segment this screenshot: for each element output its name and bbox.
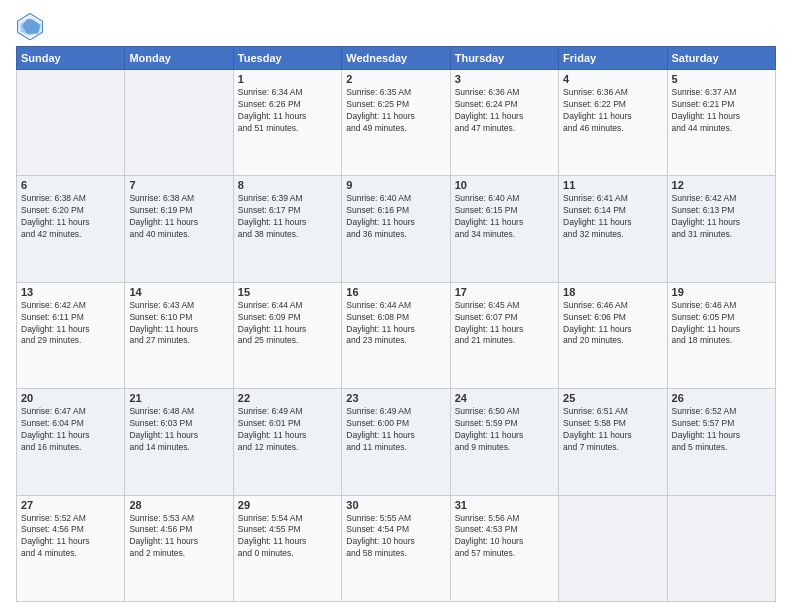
day-cell: 2Sunrise: 6:35 AM Sunset: 6:25 PM Daylig…: [342, 70, 450, 176]
day-number: 5: [672, 73, 771, 85]
day-info: Sunrise: 6:38 AM Sunset: 6:20 PM Dayligh…: [21, 193, 120, 241]
day-cell: 19Sunrise: 6:46 AM Sunset: 6:05 PM Dayli…: [667, 282, 775, 388]
logo-icon: [16, 12, 44, 40]
day-cell: 10Sunrise: 6:40 AM Sunset: 6:15 PM Dayli…: [450, 176, 558, 282]
day-info: Sunrise: 6:42 AM Sunset: 6:11 PM Dayligh…: [21, 300, 120, 348]
day-number: 16: [346, 286, 445, 298]
header: [16, 12, 776, 40]
day-info: Sunrise: 6:46 AM Sunset: 6:06 PM Dayligh…: [563, 300, 662, 348]
day-cell: 8Sunrise: 6:39 AM Sunset: 6:17 PM Daylig…: [233, 176, 341, 282]
day-cell: 3Sunrise: 6:36 AM Sunset: 6:24 PM Daylig…: [450, 70, 558, 176]
day-number: 19: [672, 286, 771, 298]
day-info: Sunrise: 6:49 AM Sunset: 6:01 PM Dayligh…: [238, 406, 337, 454]
day-cell: [17, 70, 125, 176]
day-number: 13: [21, 286, 120, 298]
day-cell: 23Sunrise: 6:49 AM Sunset: 6:00 PM Dayli…: [342, 389, 450, 495]
day-number: 11: [563, 179, 662, 191]
day-cell: [125, 70, 233, 176]
day-info: Sunrise: 5:54 AM Sunset: 4:55 PM Dayligh…: [238, 513, 337, 561]
day-number: 25: [563, 392, 662, 404]
day-number: 12: [672, 179, 771, 191]
day-cell: 29Sunrise: 5:54 AM Sunset: 4:55 PM Dayli…: [233, 495, 341, 601]
weekday-friday: Friday: [559, 47, 667, 70]
weekday-sunday: Sunday: [17, 47, 125, 70]
page: SundayMondayTuesdayWednesdayThursdayFrid…: [0, 0, 792, 612]
day-info: Sunrise: 6:39 AM Sunset: 6:17 PM Dayligh…: [238, 193, 337, 241]
day-cell: 27Sunrise: 5:52 AM Sunset: 4:56 PM Dayli…: [17, 495, 125, 601]
day-info: Sunrise: 6:41 AM Sunset: 6:14 PM Dayligh…: [563, 193, 662, 241]
weekday-wednesday: Wednesday: [342, 47, 450, 70]
day-cell: 20Sunrise: 6:47 AM Sunset: 6:04 PM Dayli…: [17, 389, 125, 495]
day-info: Sunrise: 6:37 AM Sunset: 6:21 PM Dayligh…: [672, 87, 771, 135]
day-number: 30: [346, 499, 445, 511]
day-cell: [667, 495, 775, 601]
day-info: Sunrise: 6:36 AM Sunset: 6:22 PM Dayligh…: [563, 87, 662, 135]
day-number: 7: [129, 179, 228, 191]
day-info: Sunrise: 6:42 AM Sunset: 6:13 PM Dayligh…: [672, 193, 771, 241]
day-cell: 16Sunrise: 6:44 AM Sunset: 6:08 PM Dayli…: [342, 282, 450, 388]
day-number: 9: [346, 179, 445, 191]
day-cell: 6Sunrise: 6:38 AM Sunset: 6:20 PM Daylig…: [17, 176, 125, 282]
day-cell: 26Sunrise: 6:52 AM Sunset: 5:57 PM Dayli…: [667, 389, 775, 495]
day-number: 10: [455, 179, 554, 191]
calendar-table: SundayMondayTuesdayWednesdayThursdayFrid…: [16, 46, 776, 602]
week-row-2: 6Sunrise: 6:38 AM Sunset: 6:20 PM Daylig…: [17, 176, 776, 282]
day-info: Sunrise: 6:49 AM Sunset: 6:00 PM Dayligh…: [346, 406, 445, 454]
day-cell: 17Sunrise: 6:45 AM Sunset: 6:07 PM Dayli…: [450, 282, 558, 388]
day-info: Sunrise: 6:51 AM Sunset: 5:58 PM Dayligh…: [563, 406, 662, 454]
day-number: 22: [238, 392, 337, 404]
weekday-header-row: SundayMondayTuesdayWednesdayThursdayFrid…: [17, 47, 776, 70]
day-info: Sunrise: 6:34 AM Sunset: 6:26 PM Dayligh…: [238, 87, 337, 135]
day-info: Sunrise: 6:44 AM Sunset: 6:09 PM Dayligh…: [238, 300, 337, 348]
day-info: Sunrise: 6:52 AM Sunset: 5:57 PM Dayligh…: [672, 406, 771, 454]
day-number: 21: [129, 392, 228, 404]
day-number: 8: [238, 179, 337, 191]
day-number: 1: [238, 73, 337, 85]
day-info: Sunrise: 6:44 AM Sunset: 6:08 PM Dayligh…: [346, 300, 445, 348]
logo: [16, 12, 48, 40]
day-cell: 11Sunrise: 6:41 AM Sunset: 6:14 PM Dayli…: [559, 176, 667, 282]
day-cell: 21Sunrise: 6:48 AM Sunset: 6:03 PM Dayli…: [125, 389, 233, 495]
day-number: 31: [455, 499, 554, 511]
day-number: 3: [455, 73, 554, 85]
day-cell: 7Sunrise: 6:38 AM Sunset: 6:19 PM Daylig…: [125, 176, 233, 282]
day-info: Sunrise: 6:50 AM Sunset: 5:59 PM Dayligh…: [455, 406, 554, 454]
day-cell: 25Sunrise: 6:51 AM Sunset: 5:58 PM Dayli…: [559, 389, 667, 495]
day-info: Sunrise: 6:47 AM Sunset: 6:04 PM Dayligh…: [21, 406, 120, 454]
day-number: 20: [21, 392, 120, 404]
day-cell: 5Sunrise: 6:37 AM Sunset: 6:21 PM Daylig…: [667, 70, 775, 176]
day-cell: 14Sunrise: 6:43 AM Sunset: 6:10 PM Dayli…: [125, 282, 233, 388]
day-cell: 30Sunrise: 5:55 AM Sunset: 4:54 PM Dayli…: [342, 495, 450, 601]
day-number: 6: [21, 179, 120, 191]
week-row-4: 20Sunrise: 6:47 AM Sunset: 6:04 PM Dayli…: [17, 389, 776, 495]
day-info: Sunrise: 6:40 AM Sunset: 6:15 PM Dayligh…: [455, 193, 554, 241]
day-number: 14: [129, 286, 228, 298]
day-number: 15: [238, 286, 337, 298]
day-info: Sunrise: 6:38 AM Sunset: 6:19 PM Dayligh…: [129, 193, 228, 241]
day-info: Sunrise: 5:53 AM Sunset: 4:56 PM Dayligh…: [129, 513, 228, 561]
day-cell: [559, 495, 667, 601]
day-number: 4: [563, 73, 662, 85]
day-number: 17: [455, 286, 554, 298]
weekday-saturday: Saturday: [667, 47, 775, 70]
day-cell: 24Sunrise: 6:50 AM Sunset: 5:59 PM Dayli…: [450, 389, 558, 495]
day-cell: 18Sunrise: 6:46 AM Sunset: 6:06 PM Dayli…: [559, 282, 667, 388]
day-info: Sunrise: 5:56 AM Sunset: 4:53 PM Dayligh…: [455, 513, 554, 561]
day-info: Sunrise: 6:46 AM Sunset: 6:05 PM Dayligh…: [672, 300, 771, 348]
week-row-5: 27Sunrise: 5:52 AM Sunset: 4:56 PM Dayli…: [17, 495, 776, 601]
day-number: 29: [238, 499, 337, 511]
week-row-1: 1Sunrise: 6:34 AM Sunset: 6:26 PM Daylig…: [17, 70, 776, 176]
day-cell: 12Sunrise: 6:42 AM Sunset: 6:13 PM Dayli…: [667, 176, 775, 282]
weekday-monday: Monday: [125, 47, 233, 70]
day-info: Sunrise: 6:43 AM Sunset: 6:10 PM Dayligh…: [129, 300, 228, 348]
day-info: Sunrise: 6:40 AM Sunset: 6:16 PM Dayligh…: [346, 193, 445, 241]
day-number: 24: [455, 392, 554, 404]
day-number: 2: [346, 73, 445, 85]
day-cell: 13Sunrise: 6:42 AM Sunset: 6:11 PM Dayli…: [17, 282, 125, 388]
day-cell: 15Sunrise: 6:44 AM Sunset: 6:09 PM Dayli…: [233, 282, 341, 388]
day-number: 26: [672, 392, 771, 404]
day-cell: 28Sunrise: 5:53 AM Sunset: 4:56 PM Dayli…: [125, 495, 233, 601]
day-info: Sunrise: 6:35 AM Sunset: 6:25 PM Dayligh…: [346, 87, 445, 135]
weekday-tuesday: Tuesday: [233, 47, 341, 70]
day-number: 18: [563, 286, 662, 298]
